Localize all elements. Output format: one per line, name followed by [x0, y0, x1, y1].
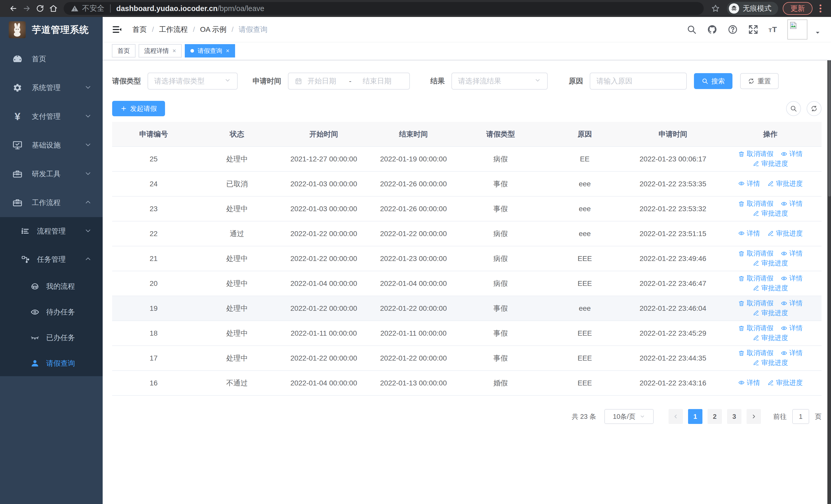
help-icon[interactable]	[727, 24, 738, 35]
approval-progress-link[interactable]: 审批进度	[753, 259, 788, 268]
cell-id: 19	[112, 296, 195, 321]
browser-menu-icon[interactable]	[816, 4, 824, 13]
cancel-leave-link[interactable]: 取消请假	[738, 249, 774, 258]
tab-home[interactable]: 首页	[112, 44, 136, 58]
detail-link[interactable]: 详情	[781, 324, 803, 333]
approval-progress-link[interactable]: 审批进度	[753, 284, 788, 293]
detail-link[interactable]: 详情	[781, 274, 803, 283]
approval-progress-link[interactable]: 审批进度	[767, 378, 803, 387]
page-button-1[interactable]: 1	[688, 409, 703, 424]
fullscreen-icon[interactable]	[748, 24, 758, 35]
cancel-leave-link[interactable]: 取消请假	[738, 274, 774, 283]
close-icon[interactable]: ×	[172, 48, 176, 54]
cell-status: 已取消	[195, 171, 279, 196]
cell-reason: eee	[543, 221, 627, 246]
chevron-down-icon	[85, 141, 91, 149]
sidebar-item-dev-tools[interactable]: 研发工具	[0, 159, 103, 188]
prev-page-button[interactable]	[668, 409, 683, 424]
cancel-leave-link[interactable]: 取消请假	[738, 324, 774, 333]
cancel-leave-link[interactable]: 取消请假	[738, 349, 774, 357]
bookmark-star-icon[interactable]	[709, 2, 722, 15]
sidebar-item-payment[interactable]: ¥ 支付管理	[0, 102, 103, 131]
infra-icon	[11, 140, 24, 151]
detail-link[interactable]: 详情	[738, 378, 760, 387]
goto-page-input[interactable]	[792, 409, 809, 424]
reset-button[interactable]: 重置	[740, 73, 779, 89]
cancel-leave-link[interactable]: 取消请假	[738, 299, 774, 308]
detail-link[interactable]: 详情	[738, 179, 760, 188]
cell-type: 婚假	[458, 370, 543, 395]
refresh-button[interactable]	[807, 101, 822, 116]
sidebar-item-done-tasks[interactable]: 已办任务	[0, 325, 103, 351]
detail-link[interactable]: 详情	[781, 149, 803, 158]
browser-home-icon[interactable]	[47, 2, 60, 15]
approval-progress-link[interactable]: 审批进度	[767, 179, 803, 188]
page-button-3[interactable]: 3	[727, 409, 741, 424]
approval-progress-link[interactable]: 审批进度	[753, 358, 788, 367]
breadcrumb-item[interactable]: OA 示例	[200, 25, 227, 34]
address-bar[interactable]: 不安全 dashboard.yudao.iocoder.cn/bpm/oa/le…	[64, 2, 704, 15]
browser-scrollbar[interactable]	[827, 17, 831, 504]
font-size-icon[interactable]: TT	[769, 25, 777, 34]
github-icon[interactable]	[707, 24, 717, 35]
toggle-search-button[interactable]	[786, 101, 801, 116]
apply-time-range-picker[interactable]: 开始日期 - 结束日期	[288, 72, 410, 90]
cell-actions: 详情审批进度	[719, 221, 822, 246]
search-icon[interactable]	[687, 24, 697, 35]
app-logo-row[interactable]: 芋道管理系统	[0, 17, 103, 42]
not-secure-warning-icon[interactable]	[71, 5, 79, 12]
detail-link[interactable]: 详情	[781, 199, 803, 208]
approval-progress-link[interactable]: 审批进度	[753, 308, 788, 318]
close-icon[interactable]: ×	[226, 48, 229, 54]
create-leave-button[interactable]: 发起请假	[112, 101, 165, 116]
detail-link[interactable]: 详情	[781, 299, 803, 308]
result-select[interactable]: 请选择流结果	[452, 72, 548, 90]
sidebar-item-infrastructure[interactable]: 基础设施	[0, 131, 103, 159]
cell-actions: 取消请假详情审批进度	[719, 346, 822, 370]
sidebar-item-process-management[interactable]: 流程管理	[0, 217, 103, 245]
cell-actions: 详情审批进度	[719, 370, 822, 395]
sidebar-item-system[interactable]: 系统管理	[0, 73, 103, 102]
sidebar-item-label: 系统管理	[32, 83, 61, 93]
security-label[interactable]: 不安全	[82, 3, 105, 13]
leave-type-select[interactable]: 请选择请假类型	[148, 72, 238, 90]
cancel-leave-link[interactable]: 取消请假	[738, 199, 774, 208]
sidebar-item-home[interactable]: 首页	[0, 45, 103, 73]
sidebar-item-my-process[interactable]: 我的流程	[0, 273, 103, 299]
approval-progress-link[interactable]: 审批进度	[753, 209, 788, 218]
cell-reason: eee	[543, 296, 627, 321]
page-size-select[interactable]: 10条/页	[604, 409, 654, 424]
reason-input[interactable]: 请输入原因	[590, 72, 687, 90]
browser-reload-icon[interactable]	[33, 2, 47, 15]
cancel-leave-link[interactable]: 取消请假	[738, 149, 774, 158]
avatar[interactable]	[787, 20, 807, 39]
sidebar-item-workflow[interactable]: 工作流程	[0, 188, 103, 217]
browser-back-icon[interactable]	[7, 2, 20, 15]
sidebar-item-todo-tasks[interactable]: 待办任务	[0, 299, 103, 325]
page-button-2[interactable]: 2	[708, 409, 722, 424]
detail-link[interactable]: 详情	[781, 249, 803, 258]
caret-down-icon[interactable]	[814, 30, 821, 37]
browser-update-button[interactable]: 更新	[783, 2, 812, 15]
detail-link[interactable]: 详情	[738, 229, 760, 238]
breadcrumb-item[interactable]: 工作流程	[159, 25, 188, 34]
approval-progress-link[interactable]: 审批进度	[753, 159, 788, 168]
browser-forward-icon[interactable]	[20, 2, 33, 15]
approval-progress-link[interactable]: 审批进度	[767, 229, 803, 238]
search-button[interactable]: 搜索	[694, 73, 733, 89]
cell-applied: 2022-01-22 23:43:16	[627, 370, 719, 395]
cell-status: 不通过	[195, 370, 279, 395]
approval-progress-link[interactable]: 审批进度	[753, 333, 788, 342]
sidebar-collapse-icon[interactable]	[112, 24, 123, 35]
next-page-button[interactable]	[747, 409, 761, 424]
sidebar-item-task-management[interactable]: 任务管理	[0, 245, 103, 273]
top-navbar: 首页 / 工作流程 / OA 示例 / 请假查询 TT	[103, 17, 831, 42]
cell-type: 事假	[458, 321, 543, 346]
tab-process-detail[interactable]: 流程详情×	[139, 44, 182, 58]
table-row: 23处理中2022-01-03 00:00:002022-01-26 00:00…	[112, 196, 822, 221]
cell-reason: EEE	[543, 321, 627, 346]
detail-link[interactable]: 详情	[781, 349, 803, 357]
tab-leave-query[interactable]: 请假查询×	[185, 44, 235, 58]
sidebar-item-leave-query[interactable]: 请假查询	[0, 351, 103, 376]
breadcrumb-item[interactable]: 首页	[133, 25, 147, 34]
